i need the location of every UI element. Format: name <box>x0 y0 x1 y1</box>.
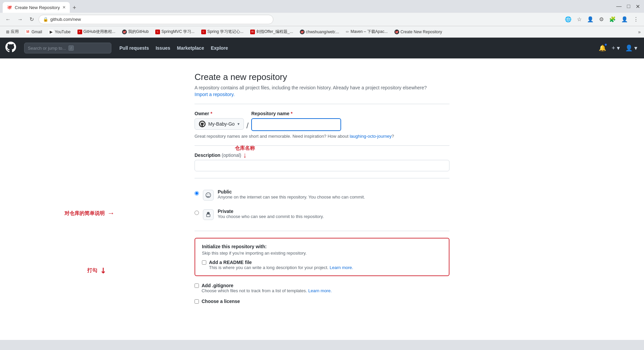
bookmark-my-github[interactable]: 🐙 我的GitHub <box>119 28 151 36</box>
search-maven-favicon: 🐙 <box>394 30 399 34</box>
bookmark-springmvc[interactable]: C SpringMVC 学习... <box>153 28 197 36</box>
description-label: Description (optional) <box>195 152 241 158</box>
import-repository-link[interactable]: Import a repository. <box>195 92 235 97</box>
bookmark-youtube[interactable]: ▶ YouTube <box>46 29 73 35</box>
repo-name-form-group: Repository name * <box>251 111 341 131</box>
star-icon[interactable]: ☆ <box>575 15 584 24</box>
tab-close-button[interactable]: ✕ <box>62 5 66 10</box>
translate-icon[interactable]: 🌐 <box>563 15 574 24</box>
notifications-button[interactable]: 🔔 <box>597 43 607 53</box>
bookmark-chwshuang[interactable]: 🐙 chwshuang/web:... <box>297 29 342 35</box>
readme-learn-more-link[interactable]: Learn more. <box>330 265 353 270</box>
annotation-dagu: 打勾 ↘ <box>87 266 106 275</box>
suggestion-text: Great repository names are short and mem… <box>195 134 449 139</box>
suggestion-name-link[interactable]: laughing-octo-journey <box>350 134 391 139</box>
github-nav-right: 🔔 + ▾ 👤 ▾ <box>597 43 639 53</box>
public-visibility-text: Public Anyone on the internet can see th… <box>218 189 365 200</box>
extensions-icon[interactable]: 🧩 <box>607 15 618 24</box>
bookmark-search-maven-label: Create New Repository <box>400 30 442 34</box>
page-title: Create a new repository <box>195 72 449 82</box>
nav-marketplace[interactable]: Marketplace <box>174 43 207 53</box>
maximize-button[interactable]: □ <box>626 2 632 11</box>
nav-explore[interactable]: Explore <box>208 43 230 53</box>
profile-icon[interactable]: 👤 <box>585 15 596 24</box>
private-radio[interactable] <box>195 211 199 215</box>
bookmark-search-maven[interactable]: 🐙 Create New Repository <box>392 29 445 35</box>
public-option: Public Anyone on the internet can see th… <box>195 185 449 205</box>
github-page: Search or jump to... / Pull requests Iss… <box>0 38 644 340</box>
bookmark-maven-download[interactable]: ✏ Maven – 下载Apac... <box>343 28 390 36</box>
init-divider <box>195 231 449 231</box>
search-placeholder: Search or jump to... <box>28 46 66 51</box>
forward-button[interactable]: → <box>15 15 25 24</box>
gitignore-checkbox-row: Add .gitignore Choose which files not to… <box>195 283 449 293</box>
readme-checkbox[interactable] <box>202 260 206 265</box>
repo-name-required-marker: * <box>291 111 292 116</box>
repo-name-label: Repository name * <box>251 111 341 116</box>
new-tab-button[interactable]: + <box>70 3 79 13</box>
refresh-button[interactable]: ↻ <box>28 15 36 24</box>
my-github-favicon: 🐙 <box>122 30 127 34</box>
github-nav-links: Pull requests Issues Marketplace Explore <box>117 43 231 53</box>
private-icon-box <box>203 209 214 220</box>
public-radio[interactable] <box>195 191 199 195</box>
owner-select-dropdown[interactable]: My-Baby-Go ▾ <box>195 118 244 130</box>
active-tab[interactable]: 🐙 Create New Repository ✕ <box>3 2 70 13</box>
form-divider <box>195 104 449 104</box>
visibility-divider <box>195 178 449 178</box>
owner-label: Owner * <box>195 111 244 116</box>
bookmark-apps[interactable]: ⊞ 应用 <box>3 28 21 36</box>
gitignore-checkbox[interactable] <box>195 283 199 288</box>
bookmark-springmvc-label: SpringMVC 学习... <box>161 29 195 35</box>
plus-menu-button[interactable]: + ▾ <box>610 43 621 53</box>
page-wrapper: Create a new repository A repository con… <box>0 58 644 336</box>
description-divider <box>195 145 449 146</box>
license-title: Choose a license <box>202 299 240 304</box>
bookmark-sword[interactable]: 剑 剑指Offer_编程题_... <box>248 28 296 36</box>
browser-titlebar: 🐙 Create New Repository ✕ + — □ ✕ <box>0 0 644 13</box>
description-optional: (optional) <box>222 152 241 158</box>
apps-icon: ⊞ <box>6 30 9 34</box>
init-desc: Skip this step if you're importing an ex… <box>202 251 442 256</box>
page-subtitle: A repository contains all project files,… <box>195 85 449 90</box>
owner-chevron-icon: ▾ <box>237 122 239 126</box>
nav-issues[interactable]: Issues <box>153 43 173 53</box>
readme-desc: This is where you can write a long descr… <box>209 265 353 270</box>
settings-icon[interactable]: ⚙ <box>597 15 606 24</box>
minimize-button[interactable]: — <box>615 2 623 11</box>
repo-name-input[interactable] <box>253 120 340 130</box>
desc-arrow-icon: → <box>107 209 115 218</box>
bookmarks-more-icon[interactable]: » <box>638 29 641 35</box>
bookmark-gmail[interactable]: M Gmail <box>23 29 45 35</box>
license-checkbox-label: Choose a license <box>202 299 240 304</box>
account-icon[interactable]: 👤 <box>619 15 630 24</box>
description-input[interactable] <box>195 160 449 171</box>
browser-toolbar: ← → ↻ 🔒 github.com/new 🌐 ☆ 👤 ⚙ 🧩 👤 ⋮ <box>0 13 644 26</box>
nav-pull-requests[interactable]: Pull requests <box>117 43 152 53</box>
init-box: Initialize this repository with: Skip th… <box>195 238 449 276</box>
close-button[interactable]: ✕ <box>634 2 641 11</box>
init-title: Initialize this repository with: <box>202 244 442 249</box>
address-bar[interactable]: 🔒 github.com/new <box>39 15 273 24</box>
bookmark-spring[interactable]: C Spring 学习笔记心... <box>199 28 246 36</box>
menu-icon[interactable]: ⋮ <box>631 15 641 24</box>
youtube-favicon: ▶ <box>49 30 53 34</box>
owner-repo-row: Owner * My-Baby-Go ▾ / <box>195 111 449 131</box>
dagu-arrow-icon: ↘ <box>98 265 108 275</box>
back-button[interactable]: ← <box>3 15 13 24</box>
private-visibility-text: Private You choose who can see and commi… <box>218 209 324 219</box>
gitignore-learn-more-link[interactable]: Learn more. <box>308 288 332 293</box>
private-option: Private You choose who can see and commi… <box>195 205 449 224</box>
spring-favicon: C <box>201 30 206 34</box>
readme-title: Add a README file <box>209 260 353 265</box>
browser-tabs: 🐙 Create New Repository ✕ + <box>3 0 79 13</box>
search-input[interactable]: Search or jump to... / <box>24 43 111 53</box>
user-menu-button[interactable]: 👤 ▾ <box>624 43 639 53</box>
gitignore-checkbox-label: Add .gitignore Choose which files not to… <box>202 283 332 293</box>
bookmarks-bar: ⊞ 应用 M Gmail ▶ YouTube F GitHub使用教程... 🐙… <box>0 26 644 38</box>
repo-name-input-wrapper <box>251 118 341 131</box>
bookmark-github-tutorial[interactable]: F GitHub使用教程... <box>75 28 118 36</box>
slash-badge: / <box>68 45 73 51</box>
license-checkbox[interactable] <box>195 299 199 304</box>
github-logo-icon[interactable] <box>5 42 16 54</box>
